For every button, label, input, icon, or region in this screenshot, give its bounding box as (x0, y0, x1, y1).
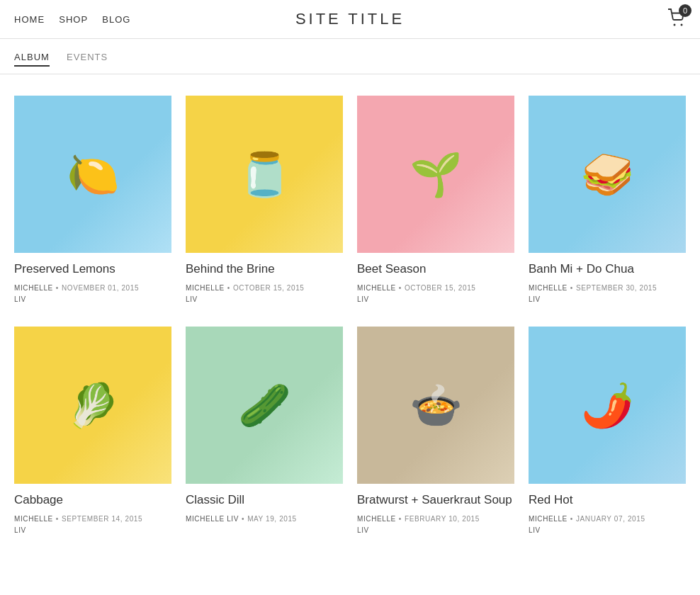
card-banh-mi[interactable]: 🥪 Banh Mi + Do Chua MICHELLE•SEPTEMBER 3… (529, 96, 686, 305)
card-date: SEPTEMBER 30, 2015 (576, 284, 657, 292)
nav-home[interactable]: HOME (14, 14, 45, 25)
card-icon: 🥪 (581, 149, 634, 200)
card-meta: MICHELLE•FEBRUARY 10, 2015LIV (357, 514, 514, 536)
card-date: JANUARY 07, 2015 (576, 515, 645, 523)
card-title: Behind the Brine (186, 261, 343, 277)
card-author1: MICHELLE LIV (186, 515, 239, 523)
sub-nav-album[interactable]: ALBUM (14, 52, 50, 67)
card-title: Beet Season (357, 261, 514, 277)
card-author2: LIV (529, 526, 541, 534)
card-behind-the-brine[interactable]: 🫙 Behind the Brine MICHELLE•OCTOBER 15, … (186, 96, 343, 305)
card-author1: MICHELLE (14, 515, 53, 523)
cart-badge: 0 (679, 4, 691, 17)
cart-button[interactable]: 0 (667, 8, 686, 30)
card-date: FEBRUARY 10, 2015 (405, 515, 480, 523)
card-title: Classic Dill (186, 492, 343, 508)
card-date: NOVEMBER 01, 2015 (62, 284, 139, 292)
main-nav: HOME SHOP BLOG (14, 14, 130, 25)
card-author2: LIV (14, 295, 26, 303)
card-date: SEPTEMBER 14, 2015 (62, 515, 142, 523)
card-title: Bratwurst + Sauerkraut Soup (357, 492, 514, 508)
card-icon: 🥬 (67, 380, 120, 431)
card-icon: 🥒 (238, 380, 291, 431)
card-date: MAY 19, 2015 (247, 515, 297, 523)
card-preserved-lemons[interactable]: 🍋 Preserved Lemons MICHELLE•NOVEMBER 01,… (14, 96, 171, 305)
nav-blog[interactable]: BLOG (102, 14, 130, 25)
card-image: 🫙 (186, 96, 343, 253)
product-grid: 🍋 Preserved Lemons MICHELLE•NOVEMBER 01,… (0, 74, 700, 557)
card-meta: MICHELLE•SEPTEMBER 30, 2015LIV (529, 283, 686, 305)
card-icon: 🌶️ (581, 380, 634, 431)
card-author1: MICHELLE (357, 284, 396, 292)
card-author1: MICHELLE (14, 284, 53, 292)
card-date: OCTOBER 15, 2015 (405, 284, 476, 292)
card-icon: 🌱 (410, 149, 463, 200)
card-meta: MICHELLE•NOVEMBER 01, 2015LIV (14, 283, 171, 305)
card-classic-dill[interactable]: 🥒 Classic Dill MICHELLE LIV•MAY 19, 2015 (186, 327, 343, 536)
card-title: Red Hot (529, 492, 686, 508)
card-meta: MICHELLE•OCTOBER 15, 2015LIV (186, 283, 343, 305)
card-author2: LIV (14, 526, 26, 534)
card-bratwurst[interactable]: 🍲 Bratwurst + Sauerkraut Soup MICHELLE•F… (357, 327, 514, 536)
card-author1: MICHELLE (529, 515, 568, 523)
card-author2: LIV (529, 295, 541, 303)
card-author2: LIV (357, 295, 369, 303)
card-author2: LIV (357, 526, 369, 534)
card-author1: MICHELLE (529, 284, 568, 292)
card-date: OCTOBER 15, 2015 (233, 284, 305, 292)
card-title: Banh Mi + Do Chua (529, 261, 686, 277)
card-meta: MICHELLE•JANUARY 07, 2015LIV (529, 514, 686, 536)
card-icon: 🍋 (67, 149, 120, 200)
card-beet-season[interactable]: 🌱 Beet Season MICHELLE•OCTOBER 15, 2015L… (357, 96, 514, 305)
card-image: 🌱 (357, 96, 514, 253)
svg-point-0 (674, 24, 676, 26)
sub-nav: ALBUM EVENTS (0, 39, 700, 74)
card-meta: MICHELLE•OCTOBER 15, 2015LIV (357, 283, 514, 305)
card-image: 🍲 (357, 327, 514, 484)
card-author2: LIV (186, 295, 198, 303)
card-image: 🥪 (529, 96, 686, 253)
card-image: 🌶️ (529, 327, 686, 484)
card-meta: MICHELLE•SEPTEMBER 14, 2015LIV (14, 514, 171, 536)
card-author1: MICHELLE (357, 515, 396, 523)
header: HOME SHOP BLOG SITE TITLE 0 (0, 0, 700, 39)
card-meta: MICHELLE LIV•MAY 19, 2015 (186, 514, 343, 525)
sub-nav-events[interactable]: EVENTS (67, 52, 108, 67)
card-cabbage[interactable]: 🥬 Cabbage MICHELLE•SEPTEMBER 14, 2015LIV (14, 327, 171, 536)
svg-point-1 (681, 24, 683, 26)
card-image: 🍋 (14, 96, 171, 253)
card-icon: 🫙 (238, 149, 291, 200)
card-title: Cabbage (14, 492, 171, 508)
card-red-hot[interactable]: 🌶️ Red Hot MICHELLE•JANUARY 07, 2015LIV (529, 327, 686, 536)
card-title: Preserved Lemons (14, 261, 171, 277)
site-title: SITE TITLE (295, 10, 405, 28)
card-image: 🥒 (186, 327, 343, 484)
nav-shop[interactable]: SHOP (59, 14, 88, 25)
card-author1: MICHELLE (186, 284, 225, 292)
card-icon: 🍲 (410, 380, 463, 431)
card-image: 🥬 (14, 327, 171, 484)
